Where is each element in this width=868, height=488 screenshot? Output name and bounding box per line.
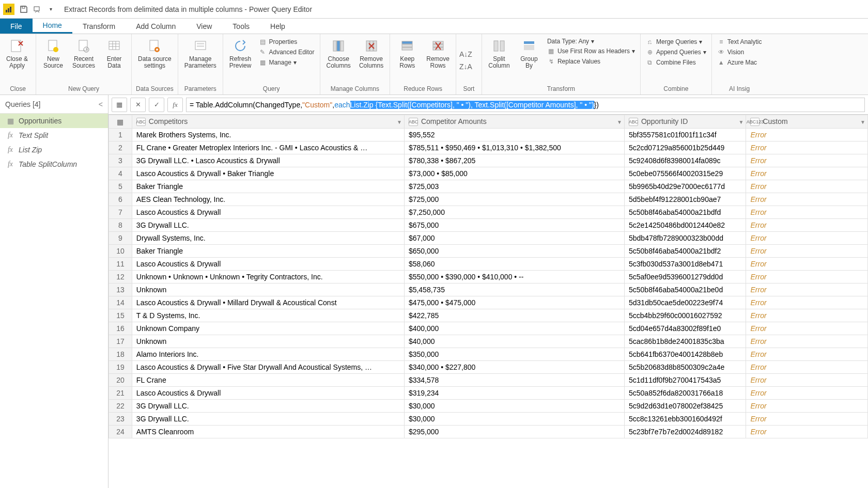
- menu-home[interactable]: Home: [33, 19, 72, 34]
- cell-amounts[interactable]: $67,000: [404, 232, 624, 245]
- table-row[interactable]: 15 T & D Systems, Inc. $422,785 5ccb4bb2…: [109, 309, 868, 322]
- row-number[interactable]: 6: [109, 193, 132, 206]
- cell-competitors[interactable]: Unknown: [132, 284, 404, 296]
- formula-input[interactable]: = Table.AddColumn(ChangedType, "Custom",…: [186, 98, 865, 112]
- cell-custom[interactable]: Error: [746, 141, 868, 154]
- cell-competitors[interactable]: 3G Drywall LLC.: [132, 219, 404, 232]
- text-analytics-button[interactable]: ≡Text Analytic: [717, 37, 762, 46]
- cell-competitors[interactable]: AMTS Cleanroom: [132, 426, 404, 438]
- table-row[interactable]: 17 Unknown $40,000 5cac86b1b8de24001835c…: [109, 335, 868, 348]
- table-row[interactable]: 11 Lasco Acoustics & Drywall $58,060 5c3…: [109, 258, 868, 271]
- cell-custom[interactable]: Error: [746, 348, 868, 361]
- cell-amounts[interactable]: $350,000: [404, 348, 624, 361]
- cell-amounts[interactable]: $7,250,000: [404, 206, 624, 219]
- sort-asc-button[interactable]: A↓Z: [459, 50, 472, 58]
- row-number[interactable]: 23: [109, 413, 132, 426]
- row-number[interactable]: 16: [109, 322, 132, 335]
- table-row[interactable]: 18 Alamo Interiors Inc. $350,000 5cb641f…: [109, 348, 868, 361]
- keep-rows-button[interactable]: Keep Rows: [393, 36, 421, 70]
- cell-id[interactable]: 5c50b8f46aba54000a21bdfd: [624, 206, 746, 219]
- row-number[interactable]: 17: [109, 335, 132, 348]
- qat-dropdown-icon[interactable]: [31, 3, 43, 15]
- chevron-down-icon[interactable]: ▼: [860, 119, 865, 124]
- data-type-button[interactable]: Data Type: Any ▾: [547, 37, 635, 45]
- cell-amounts[interactable]: $40,000: [404, 335, 624, 348]
- cell-competitors[interactable]: AES Clean Technology, Inc.: [132, 193, 404, 206]
- cell-amounts[interactable]: $650,000: [404, 245, 624, 258]
- row-number[interactable]: 7: [109, 206, 132, 219]
- cell-amounts[interactable]: $725,003: [404, 180, 624, 193]
- cell-id[interactable]: 5c92408d6f83980014fa089c: [624, 154, 746, 167]
- cell-competitors[interactable]: Unknown Company: [132, 322, 404, 335]
- menu-view[interactable]: View: [186, 19, 222, 34]
- cell-amounts[interactable]: $95,552: [404, 129, 624, 141]
- table-row[interactable]: 6 AES Clean Technology, Inc. $725,000 5d…: [109, 193, 868, 206]
- vision-button[interactable]: 👁Vision: [717, 48, 762, 57]
- cell-competitors[interactable]: FL Crane: [132, 374, 404, 387]
- cell-competitors[interactable]: 3G Drywall LLC.: [132, 400, 404, 413]
- menu-add-column[interactable]: Add Column: [126, 19, 186, 34]
- cell-id[interactable]: 5cac86b1b8de24001835c3ba: [624, 335, 746, 348]
- cell-id[interactable]: 5c1d11df0f9b2700417543a5: [624, 374, 746, 387]
- cell-custom[interactable]: Error: [746, 426, 868, 438]
- cell-amounts[interactable]: $5,458,735: [404, 284, 624, 296]
- cell-amounts[interactable]: $295,000: [404, 426, 624, 438]
- chevron-down-icon[interactable]: ▼: [739, 119, 744, 124]
- cell-amounts[interactable]: $780,338 • $867,205: [404, 154, 624, 167]
- cell-custom[interactable]: Error: [746, 387, 868, 400]
- cell-amounts[interactable]: $475,000 • $475,000: [404, 296, 624, 309]
- row-number[interactable]: 3: [109, 154, 132, 167]
- cell-competitors[interactable]: 3G Drywall LLC.: [132, 413, 404, 426]
- row-number[interactable]: 4: [109, 167, 132, 180]
- query-item[interactable]: ▦Opportunities: [0, 114, 108, 128]
- table-row[interactable]: 13 Unknown $5,458,735 5c50b8f46aba54000a…: [109, 284, 868, 296]
- row-number[interactable]: 19: [109, 361, 132, 374]
- table-row[interactable]: 7 Lasco Acoustics & Drywall $7,250,000 5…: [109, 206, 868, 219]
- cell-custom[interactable]: Error: [746, 374, 868, 387]
- chevron-down-icon[interactable]: ▼: [397, 119, 402, 124]
- cell-custom[interactable]: Error: [746, 335, 868, 348]
- first-row-headers-button[interactable]: ▦Use First Row as Headers ▾: [547, 46, 635, 56]
- cell-id[interactable]: 5c23bf7e7b7e2d0024d89182: [624, 426, 746, 438]
- cell-amounts[interactable]: $73,000 • $85,000: [404, 167, 624, 180]
- cell-custom[interactable]: Error: [746, 413, 868, 426]
- query-item[interactable]: fxList Zip: [0, 143, 108, 157]
- row-number[interactable]: 8: [109, 219, 132, 232]
- table-row[interactable]: 1 Marek Brothers Systems, Inc. $95,552 5…: [109, 129, 868, 141]
- cell-id[interactable]: 5cd04e657d4a83002f89f1e0: [624, 322, 746, 335]
- cell-id[interactable]: 5cc8c13261ebb300160d492f: [624, 413, 746, 426]
- table-row[interactable]: 12 Unknown • Unknown • Unknown • Tegrity…: [109, 271, 868, 284]
- cell-amounts[interactable]: $30,000: [404, 400, 624, 413]
- advanced-editor-button[interactable]: ✎Advanced Editor: [258, 48, 314, 57]
- cell-custom[interactable]: Error: [746, 361, 868, 374]
- cell-id[interactable]: 5c50a852f6da820031766a18: [624, 387, 746, 400]
- table-row[interactable]: 16 Unknown Company $400,000 5cd04e657d4a…: [109, 322, 868, 335]
- save-icon[interactable]: [18, 3, 30, 15]
- row-number[interactable]: 20: [109, 374, 132, 387]
- cell-competitors[interactable]: Marek Brothers Systems, Inc.: [132, 129, 404, 141]
- row-number[interactable]: 24: [109, 426, 132, 438]
- cell-id[interactable]: 5c5af0ee9d5396001279dd0d: [624, 271, 746, 284]
- refresh-preview-button[interactable]: Refresh Preview: [226, 36, 255, 70]
- cell-custom[interactable]: Error: [746, 322, 868, 335]
- cell-competitors[interactable]: Lasco Acoustics & Drywall • Millard Dryw…: [132, 296, 404, 309]
- row-number[interactable]: 22: [109, 400, 132, 413]
- cell-id[interactable]: 5c2e14250486bd0012440e82: [624, 219, 746, 232]
- cell-id[interactable]: 5c0ebe075566f40020315e29: [624, 167, 746, 180]
- choose-columns-button[interactable]: Choose Columns: [323, 36, 354, 70]
- table-row[interactable]: 3 3G Drywall LLC. • Lasco Acoustics & Dr…: [109, 154, 868, 167]
- new-source-button[interactable]: New Source: [39, 36, 67, 70]
- cell-id[interactable]: 5c50b8f46aba54000a21be0d: [624, 284, 746, 296]
- row-number[interactable]: 10: [109, 245, 132, 258]
- table-row[interactable]: 20 FL Crane $334,578 5c1d11df0f9b2700417…: [109, 374, 868, 387]
- row-number[interactable]: 5: [109, 180, 132, 193]
- combine-files-button[interactable]: ⧉Combine Files: [646, 58, 706, 67]
- cell-id[interactable]: 5c50b8f46aba54000a21bdf2: [624, 245, 746, 258]
- cell-custom[interactable]: Error: [746, 219, 868, 232]
- cell-custom[interactable]: Error: [746, 284, 868, 296]
- row-number[interactable]: 21: [109, 387, 132, 400]
- data-source-settings-button[interactable]: Data source settings: [135, 36, 175, 70]
- cell-amounts[interactable]: $319,234: [404, 387, 624, 400]
- cell-custom[interactable]: Error: [746, 309, 868, 322]
- close-apply-button[interactable]: Close & Apply: [3, 36, 31, 70]
